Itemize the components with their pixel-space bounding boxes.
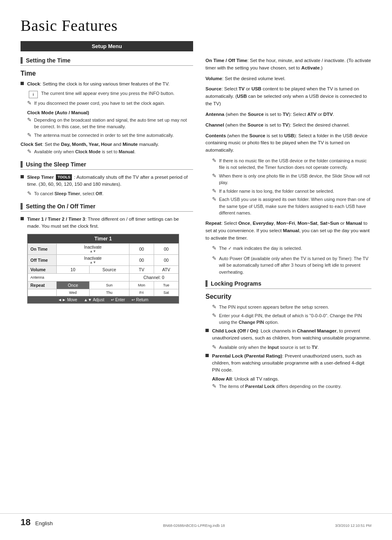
nav-enter: ↵ Enter [111, 298, 125, 302]
timer-bullet: Timer 1 / Timer 2 / Timer 3: Three diffe… [21, 216, 193, 230]
timer-table: On Time Inactivate ▲▼ 00 00 Off Time [28, 243, 179, 296]
security-note1-text: The PIN input screen appears before the … [219, 304, 329, 311]
on-off-time-end: .) [320, 65, 323, 70]
day-sat: Sat [154, 289, 179, 296]
channel-manager-bold: Channel Manager [297, 328, 337, 333]
channel-end: ): Select the desired channel. [288, 122, 350, 127]
clock-set-label: Clock Set [21, 142, 42, 147]
contents-note1-text: If there is no music file on the USB dev… [219, 157, 371, 171]
child-lock-label: Child Lock (Off / On) [212, 328, 258, 333]
parental-note-start: The items of [219, 384, 245, 389]
source-heading: Source [205, 86, 221, 91]
child-lock-bullet: Child Lock (Off / On): Lock channels in … [205, 328, 371, 342]
source-tv: TV [239, 86, 245, 91]
off-time-label: Off Time [28, 255, 57, 266]
repeat-row: Repeat Once Sun Mon Tue [28, 282, 179, 289]
clock-mode-note1-text: Depending on the broadcast station and s… [34, 117, 193, 130]
clock-manual: Manual [119, 149, 134, 154]
on-time-row: On Time Inactivate ▲▼ 00 00 [28, 244, 179, 255]
section-bar-locking-icon [205, 280, 208, 287]
clock-set-note-start: Available only when [34, 149, 75, 154]
clock-set-note-end: is set to [101, 149, 119, 154]
clock-set-note: ✎ Available only when Clock Mode is set … [27, 148, 193, 155]
timer-table-title: Timer 1 [28, 234, 179, 243]
on-time-label: On Time [28, 244, 57, 255]
security-note1: ✎ The PIN input screen appears before th… [212, 304, 371, 311]
section-bar-sleep-icon [21, 161, 23, 168]
sleep-timer-note-text: To cancel Sleep Timer, select Off. [34, 190, 104, 197]
note-icon-r: ✎ [212, 245, 217, 251]
source-label: Source [89, 266, 129, 274]
repeat-manual2: Manual [283, 228, 300, 233]
antenna-tv-val: TV [283, 112, 289, 117]
note-icon5: ✎ [27, 190, 32, 196]
repeat-once: Once [238, 221, 250, 226]
clock-mode-note2-text: The antenna must be connected in order t… [34, 132, 174, 139]
note-icon-pl: ✎ [212, 383, 217, 389]
channel-label: Channel: 0 [129, 274, 179, 282]
security-note2-end: option. [264, 320, 279, 325]
activate-label: Activate [301, 65, 320, 70]
bullet-square-child-icon [205, 329, 209, 332]
section-timer-header: Setting the On / Off Timer [21, 203, 193, 212]
note-icon4: ✎ [27, 148, 32, 155]
sleep-note-end: , select [80, 191, 96, 196]
source-usb2: USB [237, 94, 247, 99]
note-icon-c4: ✎ [212, 196, 217, 202]
source-val: TV [129, 266, 154, 274]
day-fri: Fri [129, 289, 154, 296]
volume-para: Volume: Set the desired volume level. [205, 75, 371, 83]
repeat-everyday: Everyday [253, 221, 274, 226]
page-title: Basic Features [21, 16, 371, 35]
antenna-atv: ATV [307, 112, 316, 117]
clock-bullet: Clock: Setting the clock is for using va… [21, 81, 193, 88]
note-icon-s2: ✎ [212, 312, 217, 318]
sleep-timer-label: Sleep Timer [27, 175, 54, 180]
child-lock-note-text: Available only when the Input source is … [219, 344, 319, 351]
source-usb: USB [251, 86, 261, 91]
clock-mode-note1: ✎ Depending on the broadcast station and… [27, 117, 193, 130]
info-note-text: The current time will appear every time … [41, 90, 175, 97]
page-number-block: 18 English [21, 517, 53, 528]
repeat-satsan: Sat~Sun [320, 221, 339, 226]
parental-lock-text: Parental Lock (Parental Rating): Prevent… [212, 353, 371, 374]
parental-note: ✎ The items of Parental Lock differs dep… [212, 383, 371, 390]
antenna-end: ): Select [289, 112, 307, 117]
contents-usb-val: USB [284, 133, 294, 138]
change-pin-bold: Change PIN [239, 320, 264, 325]
repeat-monsat: Mon~Sat [297, 221, 317, 226]
child-period: . [317, 345, 318, 350]
contents-heading: Contents [205, 133, 226, 138]
contents-note2-text: When there is only one photo file in the… [219, 173, 371, 186]
volume-heading: Volume [205, 76, 222, 81]
section-timer-title: Setting the On / Off Timer [26, 203, 95, 210]
day-thu: Thu [89, 289, 129, 296]
page: Basic Features Setup Menu Setting the Ti… [0, 0, 392, 540]
volume-text: : Set the desired volume level. [222, 76, 286, 81]
sleep-timer-text: Sleep Timer TOOLS : Automatically shuts … [27, 174, 193, 188]
on-off-time-heading: On Time / Off Time [205, 58, 247, 63]
parental-lock-bullet: Parental Lock (Parental Rating): Prevent… [205, 353, 371, 374]
source-or: or [244, 86, 251, 91]
page-footer: 18 English BN68-02688ABCEG-LPREng.indb 1… [0, 513, 392, 528]
parental-note-text: The items of Parental Lock differs depen… [219, 383, 341, 390]
setup-menu-bar: Setup Menu [21, 41, 193, 51]
page-number: 18 [21, 517, 30, 527]
note-icon-s1: ✎ [212, 304, 217, 310]
channel-when: (when the [224, 122, 247, 127]
clock-mode-heading: Clock Mode (Auto / Manual) [27, 110, 193, 115]
repeat-monfri: Mon~Fri [277, 221, 295, 226]
security-title: Security [205, 293, 371, 300]
content-columns: Setting the Time Time Clock: Setting the… [21, 57, 371, 391]
contents-source-ref: Source [249, 133, 265, 138]
off-hour: 00 [129, 255, 154, 266]
parental-lock-bold: Parental Lock [245, 384, 275, 389]
timer-table-wrap: Timer 1 On Time Inactivate ▲▼ 00 00 [27, 234, 179, 304]
info-note-block: i The current time will appear every tim… [29, 90, 193, 98]
note-icon-cl: ✎ [212, 344, 217, 350]
clock-set-bold2: Minute [122, 142, 138, 147]
day-sun: Sun [89, 282, 129, 289]
sleep-period: . [102, 191, 104, 196]
clock-note1-block: ✎ If you disconnect the power cord, you … [27, 100, 193, 107]
note-icon-c2: ✎ [212, 173, 217, 179]
